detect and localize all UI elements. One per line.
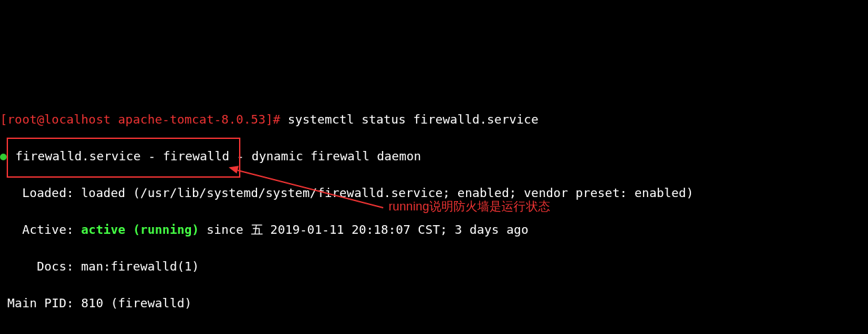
active-line: Active: active (running) since 五 2019-01… xyxy=(0,220,868,239)
unit-description: firewalld.service - firewalld - dynamic … xyxy=(15,149,421,163)
active-status: active (running) xyxy=(81,222,200,236)
annotation-text: running说明防火墙是运行状态 xyxy=(389,200,550,213)
mainpid-line: Main PID: 810 (firewalld) xyxy=(0,294,868,313)
unit-header-line: firewalld.service - firewalld - dynamic … xyxy=(0,147,868,166)
cgroup-line: CGroup: /system.slice/firewalld.service xyxy=(0,331,868,334)
shell-prompt: [root@localhost apache-tomcat-8.0.53]# xyxy=(0,112,288,126)
entered-command: systemctl status firewalld.service xyxy=(288,112,539,126)
active-since: since 五 2019-01-11 20:18:07 CST; 3 days … xyxy=(199,222,528,236)
active-label: Active: xyxy=(0,222,81,236)
docs-line: Docs: man:firewalld(1) xyxy=(0,257,868,276)
prompt-line: [root@localhost apache-tomcat-8.0.53]# s… xyxy=(0,110,868,129)
status-dot-icon xyxy=(0,154,7,160)
terminal-window[interactable]: [root@localhost apache-tomcat-8.0.53]# s… xyxy=(0,92,868,335)
